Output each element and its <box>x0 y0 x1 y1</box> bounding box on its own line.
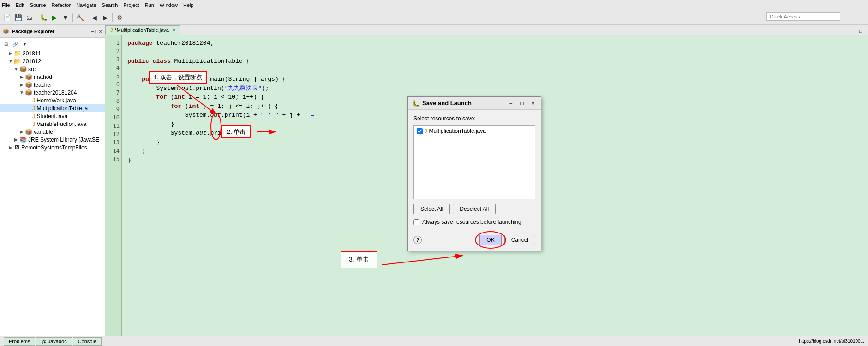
tab-problems[interactable]: Problems <box>4 337 35 346</box>
folder-open-icon: 📂 <box>14 58 21 65</box>
menu-window[interactable]: Window <box>160 2 178 8</box>
tree-item-variablefuction[interactable]: J VariableFuction.java <box>0 120 105 128</box>
dialog-icon: 🐛 <box>412 100 419 107</box>
menu-edit[interactable]: Edit <box>16 2 24 8</box>
minimize-panel-icon[interactable]: − <box>91 29 94 34</box>
run-button[interactable]: ▶ <box>49 12 60 23</box>
separator3 <box>87 13 87 22</box>
always-save-checkbox[interactable] <box>413 219 419 225</box>
tree-item-src[interactable]: ▼ 📦 src <box>0 65 105 73</box>
tree-label-jre: JRE System Library [JavaSE- <box>28 137 101 143</box>
panel-title: Package Explorer <box>12 29 54 34</box>
toolbar: 📄 💾 🗂 🐛 ▶ ▼ 🔨 ◀ ▶ ⚙ <box>0 10 868 25</box>
tree-label-remote: RemoteSystemsTempFiles <box>21 144 87 151</box>
forward-button[interactable]: ▶ <box>100 12 110 23</box>
modal-titlebar: 🐛 Save and Launch − □ × <box>408 97 541 110</box>
tree-label-homework: HomeWork.java <box>37 97 76 104</box>
tree-item-jre[interactable]: ▶ 📚 JRE System Library [JavaSE- <box>0 136 105 143</box>
step2-annotation: 2. 单击 <box>221 125 251 138</box>
tree-item-teacher20181204[interactable]: ▼ 📦 teacher20181204 <box>0 89 105 96</box>
tree-arrow-remote: ▶ <box>7 145 14 150</box>
separator2 <box>72 13 73 22</box>
back-button[interactable]: ◀ <box>89 12 99 23</box>
tree-label-teacher: teacher <box>34 82 52 88</box>
tab-close-icon[interactable]: × <box>173 28 175 33</box>
code-line-3: public class MultiplicationTable { <box>127 57 862 66</box>
tab-console[interactable]: Console <box>73 337 102 346</box>
package-variable-icon: 📦 <box>25 128 32 135</box>
maximize-panel-icon[interactable]: □ <box>95 29 98 34</box>
tree-item-201812[interactable]: ▼ 📂 201812 <box>0 57 105 65</box>
resource-checkbox[interactable] <box>417 128 423 134</box>
tree-label-multiplication: MultiplicationTable.ja <box>37 105 88 112</box>
java-file-icon: J <box>32 97 36 104</box>
tree-item-mathod[interactable]: ▶ 📦 mathod <box>0 73 105 81</box>
panel-header-icons: − □ × <box>91 29 102 34</box>
ok-button[interactable]: OK <box>479 235 501 245</box>
save-and-launch-dialog: 🐛 Save and Launch − □ × Select resources… <box>407 96 541 251</box>
tree-arrow-teacher: ▶ <box>18 82 25 87</box>
java-student-icon: J <box>32 113 36 119</box>
menu-file[interactable]: File <box>2 2 10 8</box>
package-teacher-icon: 📦 <box>25 81 32 88</box>
close-panel-icon[interactable]: × <box>99 29 102 34</box>
modal-footer: ? OK Cancel <box>413 231 535 245</box>
select-all-button[interactable]: Select All <box>413 204 450 214</box>
link-editor-btn[interactable]: 🔗 <box>11 40 19 48</box>
step3-annotation: 3. 单击 <box>341 251 377 268</box>
package-explorer: 📦 Package Explorer − □ × ⊟ 🔗 ▾ ▶ 📁 20181… <box>0 25 105 336</box>
modal-resources-list[interactable]: J MultiplicationTable.java <box>413 125 535 199</box>
menu-help[interactable]: Help <box>183 2 194 8</box>
tree-item-remote[interactable]: ▶ 🖥 RemoteSystemsTempFiles <box>0 143 105 151</box>
package-open-icon: 📦 <box>25 89 32 96</box>
menu-project[interactable]: Project <box>123 2 139 8</box>
main-layout: 📦 Package Explorer − □ × ⊟ 🔗 ▾ ▶ 📁 20181… <box>0 25 868 336</box>
panel-header: 📦 Package Explorer − □ × <box>0 25 105 38</box>
tree-label-201811: 201811 <box>23 50 41 57</box>
editor-maximize-btn[interactable]: □ <box>857 27 864 35</box>
tab-icon: J <box>110 27 113 33</box>
help-icon[interactable]: ? <box>413 236 422 244</box>
tree-item-multiplicationtable[interactable]: J MultiplicationTable.ja <box>0 104 105 112</box>
tree-arrow-src: ▼ <box>13 66 19 72</box>
tree-item-variable[interactable]: ▶ 📦 variable <box>0 128 105 136</box>
cancel-button[interactable]: Cancel <box>504 235 535 245</box>
modal-resources-label: Select resources to save: <box>413 115 535 122</box>
menu-source[interactable]: Source <box>30 2 46 8</box>
menu-bar: File Edit Source Refactor Navigate Searc… <box>0 0 868 10</box>
dialog-minimize-btn[interactable]: − <box>507 99 515 107</box>
menu-run[interactable]: Run <box>145 2 154 8</box>
quick-access-input[interactable] <box>766 12 840 21</box>
save-all-button[interactable]: 🗂 <box>24 12 34 23</box>
status-tabs: Problems @ Javadoc Console <box>4 337 102 346</box>
ok-btn-wrapper: OK <box>479 235 501 245</box>
modal-list-item[interactable]: J MultiplicationTable.java <box>414 126 535 136</box>
tree-area: ⊟ 🔗 ▾ ▶ 📁 201811 ▼ 📂 201812 ▼ 📦 src <box>0 38 105 336</box>
more-tools[interactable]: ⚙ <box>114 12 125 23</box>
dialog-close-btn[interactable]: × <box>529 99 537 107</box>
editor-minimize-btn[interactable]: − <box>848 27 855 35</box>
dialog-maximize-btn[interactable]: □ <box>518 99 526 107</box>
tree-item-teacher[interactable]: ▶ 📦 teacher <box>0 81 105 89</box>
tree-item-student[interactable]: J Student.java <box>0 112 105 120</box>
run-dropdown[interactable]: ▼ <box>60 12 71 23</box>
build-button[interactable]: 🔨 <box>75 12 85 23</box>
status-bar: Problems @ Javadoc Console https://blog.… <box>0 336 868 346</box>
tree-arrow-jre: ▶ <box>13 137 19 142</box>
editor-tab-multiplication[interactable]: J *MultiplicationTable.java × <box>105 25 180 35</box>
deselect-all-button[interactable]: Deselect All <box>453 204 496 214</box>
tree-item-homework[interactable]: J HomeWork.java <box>0 96 105 104</box>
menu-search[interactable]: Search <box>102 2 118 8</box>
line-numbers: 123456789101112131415 <box>105 35 122 336</box>
menu-refactor[interactable]: Refactor <box>52 2 71 8</box>
debug-button[interactable]: 🐛 <box>38 12 48 23</box>
tab-javadoc[interactable]: @ Javadoc <box>36 337 72 346</box>
view-menu-btn[interactable]: ▾ <box>20 40 29 48</box>
collapse-all-btn[interactable]: ⊟ <box>2 40 10 48</box>
tree-item-201811[interactable]: ▶ 📁 201811 <box>0 49 105 57</box>
menu-navigate[interactable]: Navigate <box>76 2 96 8</box>
code-line-1: package teacher20181204; <box>127 39 862 48</box>
save-button[interactable]: 💾 <box>13 12 23 23</box>
code-line-6: System.out.println("九九乘法表"); <box>127 84 862 93</box>
new-button[interactable]: 📄 <box>2 12 12 23</box>
